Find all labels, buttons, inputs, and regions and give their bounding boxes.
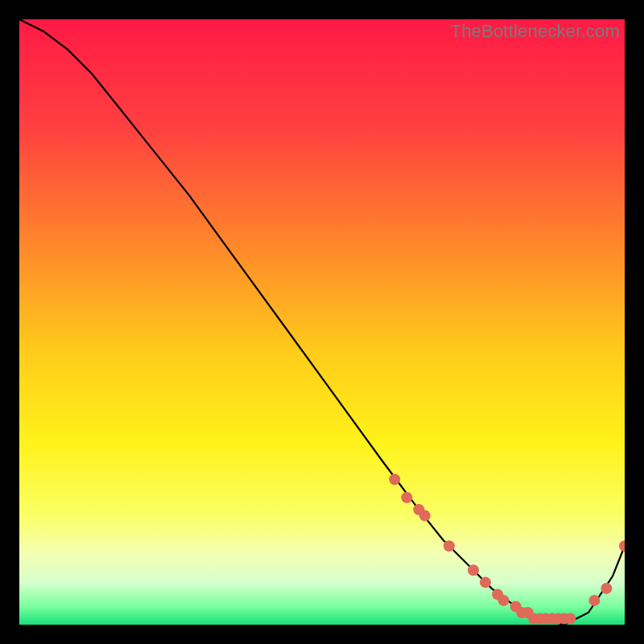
marker-dot — [401, 492, 412, 503]
chart-plot — [19, 19, 625, 625]
marker-dot — [498, 595, 510, 606]
chart-background — [19, 19, 625, 625]
marker-dot — [468, 564, 479, 576]
marker-dot — [444, 540, 455, 551]
chart-frame: TheBottlenecker.com — [19, 19, 625, 625]
marker-dot — [419, 510, 431, 522]
marker-dot — [480, 576, 491, 588]
marker-dot — [601, 583, 612, 594]
marker-dot — [564, 613, 576, 625]
watermark-text: TheBottlenecker.com — [451, 21, 620, 42]
marker-dot — [588, 595, 600, 606]
marker-dot — [389, 474, 400, 485]
